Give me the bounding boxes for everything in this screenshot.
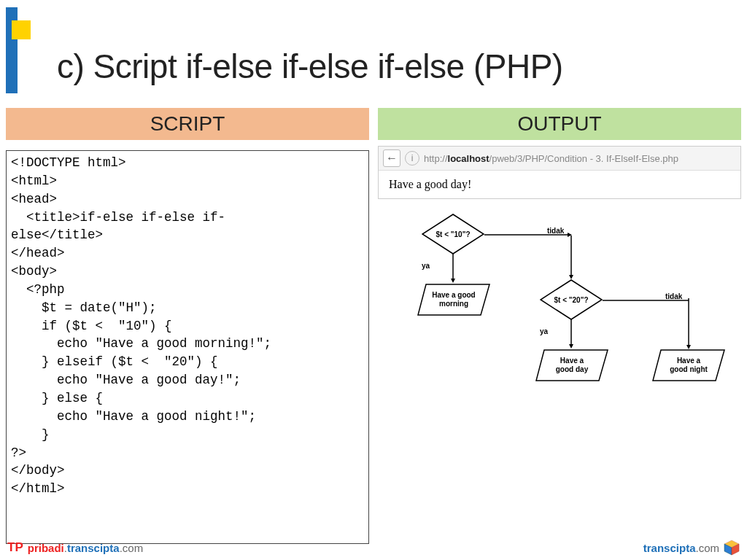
- info-icon[interactable]: i: [405, 151, 419, 166]
- svg-marker-2: [451, 279, 455, 283]
- browser-body: Have a good day!: [379, 171, 740, 198]
- url-host: localhost: [448, 153, 489, 164]
- edge-yes-2: ya: [540, 327, 548, 335]
- flowchart: $t < "10"? ya tidak Have a good morning …: [378, 206, 741, 425]
- title-bar: c) Script if-else if-else if-else (PHP): [0, 7, 563, 93]
- decision-1-label: $t < "10"?: [422, 214, 484, 254]
- browser-toolbar: ← i http://localhost/pweb/3/PHP/Conditio…: [379, 147, 740, 171]
- arrow-icon: [569, 319, 573, 349]
- arrow-icon: [686, 298, 691, 349]
- columns: SCRIPT <!DOCTYPE html> <html> <head> <ti…: [6, 108, 741, 544]
- footer-com: .com: [120, 542, 144, 554]
- browser-mock: ← i http://localhost/pweb/3/PHP/Conditio…: [378, 146, 741, 199]
- url-bar[interactable]: http://localhost/pweb/3/PHP/Condition - …: [424, 153, 678, 164]
- script-column: SCRIPT <!DOCTYPE html> <html> <head> <ti…: [6, 108, 369, 544]
- tp-logo: TP: [7, 540, 23, 555]
- back-icon[interactable]: ←: [383, 149, 400, 167]
- code-block: <!DOCTYPE html> <html> <head> <title>if-…: [6, 150, 369, 544]
- arrow-icon: [484, 233, 572, 237]
- title-square-icon: [12, 20, 31, 39]
- arrow-icon: [569, 236, 573, 279]
- decision-t-lt-20: $t < "20"?: [540, 279, 603, 320]
- footer-transcipta: transcipta: [67, 542, 120, 554]
- footer-brand: transcipta: [643, 542, 696, 554]
- output-day: Have a good day: [535, 349, 608, 381]
- footer-domain: .com: [695, 542, 719, 554]
- output-morning: Have a good morning: [417, 284, 490, 316]
- slide-title: c) Script if-else if-else if-else (PHP): [57, 47, 563, 86]
- output-morning-label: Have a good morning: [417, 284, 490, 316]
- script-header: SCRIPT: [6, 108, 369, 140]
- arrow-icon: [603, 298, 689, 303]
- output-day-label: Have a good day: [535, 349, 608, 381]
- output-column: OUTPUT ← i http://localhost/pweb/3/PHP/C…: [378, 108, 741, 544]
- footer-left: TP pribadi.transcipta.com: [7, 540, 143, 555]
- url-path: /pweb/3/PHP/Condition - 3. If-ElseIf-Els…: [489, 153, 678, 164]
- footer: TP pribadi.transcipta.com transcipta.com: [7, 540, 740, 556]
- cube-icon: [724, 540, 740, 556]
- decision-2-label: $t < "20"?: [540, 279, 603, 320]
- output-header: OUTPUT: [378, 108, 741, 140]
- footer-pribadi: pribadi: [28, 542, 64, 554]
- svg-marker-10: [569, 344, 573, 349]
- arrow-icon: [451, 254, 455, 283]
- edge-yes-1: ya: [422, 262, 430, 270]
- output-night-label: Have a good night: [652, 349, 725, 381]
- footer-right: transcipta.com: [643, 540, 740, 556]
- svg-marker-8: [569, 275, 573, 279]
- slide: c) Script if-else if-else if-else (PHP) …: [0, 0, 747, 560]
- output-night: Have a good night: [652, 349, 725, 381]
- decision-t-lt-10: $t < "10"?: [422, 214, 484, 254]
